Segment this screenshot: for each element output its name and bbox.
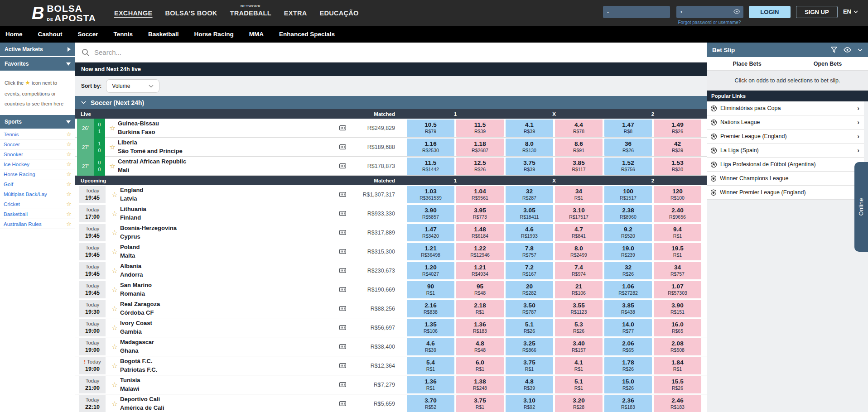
back-odds-x[interactable]: 7.2R$167 [506,262,553,279]
back-odds-x[interactable]: 3.75R$1 [506,357,553,374]
back-odds-2[interactable]: 1.06R$27282 [604,281,652,298]
favorite-star-icon[interactable]: ☆ [66,221,72,227]
favorites-header[interactable]: Favorites [0,57,75,71]
lay-odds-1[interactable]: 6.0R$1 [456,357,504,374]
favorite-star-icon[interactable]: ☆ [109,210,120,217]
back-odds-x[interactable]: 20R$282 [506,281,553,298]
back-odds-1[interactable]: 3.90R$5857 [407,205,454,222]
lay-odds-x[interactable]: 8.6R$91 [555,139,603,156]
forgot-password-link[interactable]: Forgot password or username? [675,20,743,26]
sidebar-sport-item[interactable]: Tennis ☆ [0,129,75,139]
nav-exchange[interactable]: EXCHANGE [114,10,153,17]
back-odds-2[interactable]: 9.2R$520 [604,224,652,241]
favorite-star-icon[interactable]: ☆ [109,400,120,407]
match-teams[interactable]: England Latvia [120,186,339,203]
back-odds-x[interactable]: 3.75R$39 [506,158,553,175]
lay-odds-1[interactable]: 3.75R$1 [456,395,504,412]
lay-odds-1[interactable]: 1.18R$2687 [456,139,504,156]
signup-button[interactable]: SIGN UP [796,6,838,18]
favorite-star-icon[interactable]: ☆ [109,343,120,350]
favorite-star-icon[interactable]: ☆ [107,163,118,169]
match-teams[interactable]: Albania Andorra [120,262,339,279]
back-odds-2[interactable]: 100R$1517 [604,186,652,203]
back-odds-x[interactable]: 4.6R$1993 [506,224,553,241]
back-odds-1[interactable]: 1.20R$4027 [407,262,454,279]
sports-nav-item[interactable]: Home [5,31,23,38]
lay-odds-2[interactable]: 1.07R$57303 [654,281,701,298]
favorite-star-icon[interactable]: ☆ [107,144,118,150]
lay-odds-1[interactable]: 1.21R$4934 [456,262,504,279]
back-odds-2[interactable]: 3.85R$438 [604,300,652,317]
sidebar-sport-item[interactable]: Basketball ☆ [0,209,75,219]
match-teams[interactable]: Guinea-Bissau Burkina Faso [118,120,339,137]
favorite-star-icon[interactable]: ☆ [109,267,120,274]
favorite-star-icon[interactable]: ☆ [109,191,120,198]
popular-link[interactable]: La Liga (Spain) › [707,144,864,158]
language-selector[interactable]: EN [843,8,858,15]
lay-odds-x[interactable]: 5.1R$1 [555,376,603,393]
back-odds-1[interactable]: 1.36R$1 [407,376,454,393]
back-odds-x[interactable]: 4.8R$39 [506,376,553,393]
lay-odds-2[interactable]: 1.49R$26 [654,120,701,137]
back-odds-x[interactable]: 4.1R$39 [506,120,553,137]
sports-nav-item[interactable]: Tennis [114,31,133,38]
back-odds-1[interactable]: 90R$1 [407,281,454,298]
lay-odds-x[interactable]: 34R$1 [555,186,603,203]
back-odds-2[interactable]: 15.0R$26 [604,376,652,393]
back-odds-2[interactable]: 36R$26 [604,139,652,156]
back-odds-2[interactable]: 32R$26 [604,262,652,279]
sidebar-sport-item[interactable]: Australian Rules ☆ [0,219,75,229]
lay-odds-x[interactable]: 3.55R$1123 [555,300,603,317]
back-odds-1[interactable]: 2.16R$838 [407,300,454,317]
eye-icon[interactable] [844,47,851,53]
lay-odds-2[interactable]: 34R$757 [654,262,701,279]
favorite-star-icon[interactable]: ☆ [66,151,72,157]
back-odds-x[interactable]: 32R$287 [506,186,553,203]
back-odds-x[interactable]: 3.50R$787 [506,300,553,317]
tab-place-bets[interactable]: Place Bets [707,57,787,70]
lay-odds-1[interactable]: 12.5R$26 [456,158,504,175]
back-odds-2[interactable]: 1.52R$756 [604,158,652,175]
favorite-star-icon[interactable]: ☆ [66,171,72,177]
lay-odds-1[interactable]: 2.18R$1 [456,300,504,317]
back-odds-x[interactable]: 5.1R$26 [506,319,553,336]
popular-link[interactable]: Premier League (England) › [707,129,864,144]
lay-odds-x[interactable]: 4.1R$1 [555,357,603,374]
back-odds-x[interactable]: 7.8R$757 [506,243,553,260]
match-teams[interactable]: Real Zaragoza Córdoba CF [120,300,339,317]
soccer-section-header[interactable]: Soccer (Next 24h) [75,96,707,109]
favorite-star-icon[interactable]: ☆ [109,362,120,369]
lay-odds-2[interactable]: 15.5R$26 [654,376,701,393]
nav-tradeball[interactable]: NETWORK TRADEBALL [230,10,271,17]
popular-link[interactable]: Liga Profesional de Fútbol (Argentina) [707,158,864,172]
sidebar-sport-item[interactable]: Ice Hockey ☆ [0,159,75,169]
match-teams[interactable]: Central African Republic Mali [118,158,339,175]
lay-odds-2[interactable]: 42R$39 [654,139,701,156]
match-teams[interactable]: San Marino Romania [120,281,339,298]
lay-odds-2[interactable]: 2.08R$508 [654,338,701,355]
back-odds-1[interactable]: 1.47R$3420 [407,224,454,241]
favorite-star-icon[interactable]: ☆ [66,161,72,167]
lay-odds-1[interactable]: 1.36R$183 [456,319,504,336]
nav-educacao[interactable]: EDUCAÇÃO [319,10,358,17]
lay-odds-x[interactable]: 7.4R$974 [555,262,603,279]
favorite-star-icon[interactable]: ☆ [109,286,120,293]
back-odds-x[interactable]: 3.10R$92 [506,395,553,412]
popular-link[interactable]: Winner Champions League [707,172,864,186]
lay-odds-x[interactable]: 4.7R$841 [555,224,603,241]
popular-link[interactable]: Nations League › [707,115,864,129]
sidebar-sport-item[interactable]: Golf ☆ [0,179,75,189]
favorite-star-icon[interactable]: ☆ [66,211,72,217]
favorite-star-icon[interactable]: ☆ [109,305,120,312]
sports-nav-item[interactable]: Cashout [38,31,63,38]
back-odds-1[interactable]: 10.5R$79 [407,120,454,137]
favorite-star-icon[interactable]: ☆ [109,248,120,255]
favorite-star-icon[interactable]: ☆ [66,191,72,197]
back-odds-1[interactable]: 1.21R$36498 [407,243,454,260]
back-odds-2[interactable]: 19.0R$239 [604,243,652,260]
favorite-star-icon[interactable]: ☆ [66,201,72,207]
back-odds-2[interactable]: 1.78R$26 [604,357,652,374]
lay-odds-2[interactable]: 2.46R$183 [654,395,701,412]
favorite-star-icon[interactable]: ☆ [109,324,120,331]
lay-odds-1[interactable]: 1.48R$6184 [456,224,504,241]
